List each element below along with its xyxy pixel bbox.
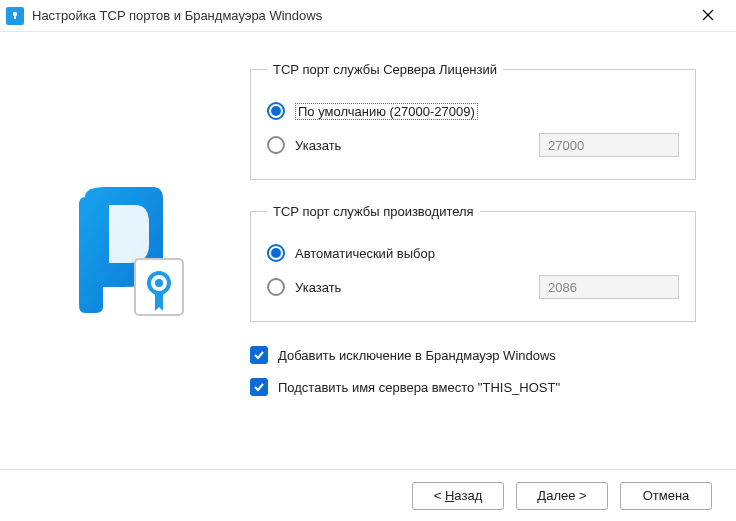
vendor-port-legend: TCP порт службы производителя bbox=[267, 204, 480, 219]
next-button[interactable]: Далее > bbox=[516, 482, 608, 510]
titlebar: Настройка TCP портов и Брандмауэра Windo… bbox=[0, 0, 736, 32]
vendor-port-specify-label[interactable]: Указать bbox=[295, 280, 341, 295]
license-port-default-radio[interactable] bbox=[267, 102, 285, 120]
firewall-exception-label[interactable]: Добавить исключение в Брандмауэр Windows bbox=[278, 348, 556, 363]
vendor-port-group: TCP порт службы производителя Автоматиче… bbox=[250, 204, 696, 322]
svg-point-0 bbox=[13, 11, 17, 15]
cancel-button[interactable]: Отмена bbox=[620, 482, 712, 510]
license-port-group: TCP порт службы Сервера Лицензий По умол… bbox=[250, 62, 696, 180]
license-port-specify-label[interactable]: Указать bbox=[295, 138, 341, 153]
svg-point-3 bbox=[155, 279, 163, 287]
close-button[interactable] bbox=[686, 0, 730, 31]
window-title: Настройка TCP портов и Брандмауэра Windo… bbox=[32, 8, 686, 23]
license-port-legend: TCP порт службы Сервера Лицензий bbox=[267, 62, 503, 77]
vendor-port-auto-radio[interactable] bbox=[267, 244, 285, 262]
replace-host-label[interactable]: Подставить имя сервера вместо "THIS_HOST… bbox=[278, 380, 560, 395]
firewall-exception-checkbox[interactable] bbox=[250, 346, 268, 364]
app-icon bbox=[6, 7, 24, 25]
wizard-logo bbox=[75, 187, 185, 327]
vendor-port-auto-label[interactable]: Автоматический выбор bbox=[295, 246, 435, 261]
license-port-default-label[interactable]: По умолчанию (27000-27009) bbox=[295, 103, 478, 120]
left-pane bbox=[40, 62, 220, 452]
footer: < Назад Далее > Отмена bbox=[0, 469, 736, 521]
replace-host-checkbox[interactable] bbox=[250, 378, 268, 396]
back-button[interactable]: < Назад bbox=[412, 482, 504, 510]
vendor-port-input[interactable] bbox=[539, 275, 679, 299]
vendor-port-specify-radio[interactable] bbox=[267, 278, 285, 296]
license-port-specify-radio[interactable] bbox=[267, 136, 285, 154]
license-port-input[interactable] bbox=[539, 133, 679, 157]
